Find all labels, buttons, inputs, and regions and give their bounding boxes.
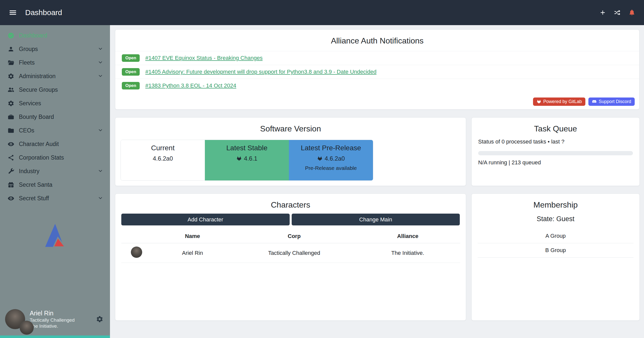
sidebar-item-industry[interactable]: Industry [0, 164, 110, 178]
sidebar-item-label: Character Audit [19, 141, 59, 148]
sidebar-item-label: Bounty Board [19, 114, 54, 120]
dashboard-check-icon [8, 32, 14, 39]
chevron-down-icon [97, 60, 103, 66]
user-info: Ariel Rin Tactically Challenged The Init… [30, 309, 75, 329]
gears-icon [8, 73, 14, 80]
gitlab-badge-label: Powered by GitLab [543, 99, 582, 104]
notification-link[interactable]: #1383 Python 3.8 EOL - 14 Oct 2024 [145, 82, 236, 89]
notification-link[interactable]: #1407 EVE Equinox Status - Breaking Chan… [145, 55, 262, 61]
task-queue-counts: N/A running | 213 queued [478, 159, 633, 166]
users-icon [8, 86, 14, 93]
characters-buttons: Add Character Change Main [115, 214, 466, 225]
status-badge: Open [122, 54, 140, 62]
sidebar-item-secure-groups[interactable]: Secure Groups [0, 83, 110, 96]
sidebar-item-fleets[interactable]: Fleets [0, 56, 110, 69]
table-header-row: Name Corp Alliance [121, 230, 460, 243]
notification-row: Open #1405 Advisory: Future development … [115, 65, 639, 79]
sidebar-item-label: Administration [19, 73, 56, 80]
task-progress-bar [478, 151, 633, 155]
discord-badge[interactable]: Support Discord [588, 98, 635, 106]
discord-icon [592, 99, 597, 104]
folder-open-icon [8, 59, 14, 66]
settings-gear-icon[interactable] [96, 315, 103, 323]
notification-link[interactable]: #1405 Advisory: Future development will … [145, 69, 376, 75]
sidebar-item-label: Secure Groups [19, 86, 58, 93]
sidebar-item-label: Secret Santa [19, 181, 52, 188]
membership-card: Membership State: Guest A Group B Group [471, 194, 640, 321]
notifications-list: Open #1407 EVE Equinox Status - Breaking… [115, 51, 639, 92]
sidebar-item-groups[interactable]: Groups [0, 42, 110, 56]
task-queue-card: Task Queue Status of 0 processed tasks •… [471, 117, 640, 186]
notifications-bell-icon[interactable] [628, 9, 635, 16]
chevron-down-icon [97, 168, 103, 174]
alliance-logo [41, 222, 69, 248]
avatar [20, 321, 34, 335]
change-main-button[interactable]: Change Main [292, 214, 460, 225]
sidebar-item-secret-stuff[interactable]: Secret Stuff [0, 191, 110, 205]
version-box: Current 4.6.2a0 Latest Stable 4.6.1 Late… [121, 140, 373, 181]
sidebar-spacer [0, 248, 110, 304]
sidebar-item-character-audit[interactable]: Character Audit [0, 137, 110, 151]
sidebar-item-secret-santa[interactable]: Secret Santa [0, 178, 110, 191]
gift-icon [8, 181, 14, 188]
list-item: A Group [478, 229, 633, 243]
folder-icon [8, 127, 14, 134]
chevron-down-icon [97, 46, 103, 52]
version-prerelease-heading: Latest Pre-Release [301, 144, 361, 152]
character-avatar-cell [121, 243, 152, 263]
page-title: Dashboard [25, 8, 62, 17]
sidebar-item-label: Dashboard [19, 32, 47, 39]
sidebar-item-corporation-stats[interactable]: Corporation Stats [0, 151, 110, 164]
sidebar-item-administration[interactable]: Administration [0, 69, 110, 83]
version-prerelease: Latest Pre-Release 4.6.2a0 Pre-Release a… [289, 140, 373, 180]
status-badge: Open [122, 82, 140, 89]
membership-groups-list: A Group B Group [478, 229, 633, 258]
software-version-card: Software Version Current 4.6.2a0 Latest … [115, 117, 466, 186]
shuffle-icon[interactable] [614, 9, 621, 16]
sidebar-item-label: Groups [19, 46, 38, 53]
character-name-cell: Ariel Rin [152, 243, 233, 263]
software-version-title: Software Version [115, 118, 466, 133]
version-current: Current 4.6.2a0 [121, 140, 205, 180]
version-prerelease-note: Pre-Release available [305, 165, 357, 171]
sidebar-item-label: Industry [19, 168, 40, 175]
notifications-title: Alliance Auth Notifications [115, 30, 639, 45]
version-stable: Latest Stable 4.6.1 [205, 140, 289, 180]
sidebar-item-label: Fleets [19, 59, 35, 66]
avatar [131, 247, 142, 258]
version-current-heading: Current [151, 144, 174, 152]
user-icon [8, 46, 14, 53]
notification-row: Open #1383 Python 3.8 EOL - 14 Oct 2024 [115, 79, 639, 92]
chevron-down-icon [97, 127, 103, 133]
user-avatar-stack [5, 309, 25, 329]
character-alliance-cell: The Initiative. [355, 243, 460, 263]
membership-state: State: Guest [472, 215, 639, 223]
sidebar-item-ceos[interactable]: CEOs [0, 124, 110, 137]
characters-table: Name Corp Alliance Ariel Rin Tactically … [121, 230, 460, 263]
gitlab-icon [537, 99, 541, 104]
user-corp: Tactically Challenged [30, 317, 75, 323]
gitlab-icon [317, 156, 323, 161]
share-icon [8, 154, 14, 161]
sidebar-item-services[interactable]: Services [0, 96, 110, 110]
navbar-actions [599, 9, 635, 16]
chevron-down-icon [97, 73, 103, 79]
user-name: Ariel Rin [30, 309, 75, 317]
menu-icon[interactable] [9, 8, 17, 17]
add-character-button[interactable]: Add Character [121, 214, 290, 225]
scrollbar-thumb[interactable] [0, 335, 110, 338]
sidebar-item-label: Secret Stuff [19, 195, 49, 202]
version-stable-heading: Latest Stable [226, 144, 267, 152]
sidebar-nav: Dashboard Groups Fleets Administration S… [0, 25, 110, 205]
character-corp-cell: Tactically Challenged [233, 243, 355, 263]
gitlab-badge[interactable]: Powered by GitLab [533, 98, 585, 106]
avatar-column-header [121, 230, 152, 243]
notification-row: Open #1407 EVE Equinox Status - Breaking… [115, 51, 639, 65]
table-row: Ariel Rin Tactically Challenged The Init… [121, 243, 460, 263]
top-navbar: Dashboard [0, 0, 644, 25]
add-icon[interactable] [599, 9, 606, 16]
sidebar-item-dashboard[interactable]: Dashboard [0, 29, 110, 42]
sidebar-item-bounty-board[interactable]: Bounty Board [0, 110, 110, 124]
sidebar-item-label: Corporation Stats [19, 154, 64, 161]
sidebar-item-label: CEOs [19, 127, 34, 134]
